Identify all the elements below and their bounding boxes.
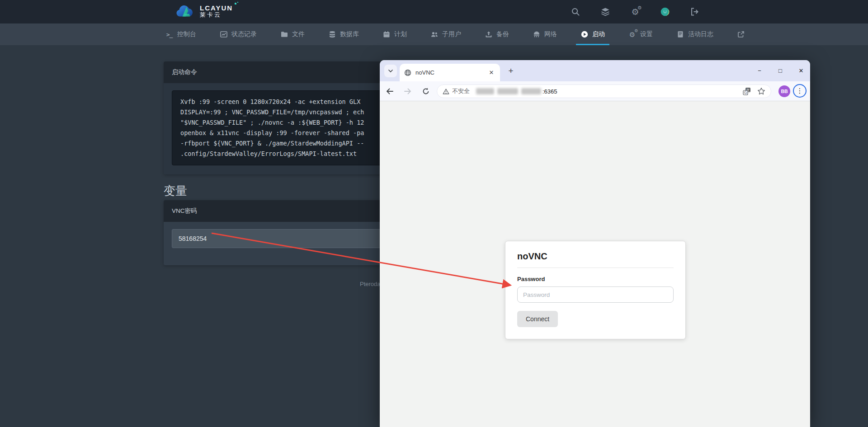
nav-item-label: 活动日志 <box>688 30 713 38</box>
novnc-password-input[interactable] <box>517 286 674 303</box>
novnc-page: noVNC Password Connect <box>380 102 810 427</box>
play-icon <box>580 31 588 38</box>
tab-close-button[interactable]: ✕ <box>487 69 495 77</box>
header-action-servers[interactable] <box>600 7 610 17</box>
window-controls: − □ ✕ <box>756 60 805 81</box>
omnibox-actions: 文 G <box>743 87 765 95</box>
nav-item-label: 控制台 <box>177 30 196 38</box>
nav-item-label: 设置 <box>640 30 653 38</box>
chart-icon <box>220 31 227 38</box>
tab-title: noVNC <box>415 69 483 76</box>
url-port: :6365 <box>542 88 557 95</box>
nav-item-console[interactable]: >_控制台 <box>164 23 198 45</box>
nav-item-label: 文件 <box>292 30 305 38</box>
maximize-button[interactable]: □ <box>777 67 784 74</box>
upload-icon <box>485 31 492 38</box>
header-action-logout[interactable] <box>690 7 700 17</box>
nav-item-databases[interactable]: 数据库 <box>326 23 361 45</box>
brand-text: LCAYUN 莱卡云 <box>200 5 233 18</box>
security-label: 不安全 <box>452 87 470 95</box>
password-label: Password <box>517 276 674 282</box>
connect-button[interactable]: Connect <box>517 311 558 327</box>
header-action-admin[interactable]: ⚙⚙ <box>630 7 640 17</box>
nav-item-label: 网络 <box>544 30 557 38</box>
nav-item-label: 计划 <box>394 30 407 38</box>
network-icon <box>533 31 540 38</box>
warning-triangle-icon <box>443 88 449 95</box>
nav-item-status[interactable]: 状态记录 <box>218 23 259 45</box>
redacted-url <box>476 88 541 94</box>
brand-dots-decoration <box>235 3 236 5</box>
nav-item-backups[interactable]: 备份 <box>483 23 511 45</box>
nav-item-schedules[interactable]: 计划 <box>381 23 409 45</box>
nav-item-external[interactable] <box>735 23 746 45</box>
nav-item-label: 子用户 <box>442 30 461 38</box>
bookmark-star-icon[interactable] <box>757 87 765 95</box>
nav-item-settings[interactable]: ⚙⚙设置 <box>627 23 655 45</box>
site-header: LCAYUN 莱卡云 ⚙⚙ <box>0 0 868 23</box>
tab-search-button[interactable] <box>384 65 397 77</box>
chevron-down-icon <box>388 68 393 74</box>
variables-heading: 变量 <box>164 183 187 199</box>
brand-cloud-icon <box>175 3 196 19</box>
header-actions: ⚙⚙ <box>571 0 700 23</box>
reload-icon <box>422 87 430 95</box>
novnc-card-title: noVNC <box>517 251 674 268</box>
new-tab-button[interactable]: + <box>505 66 516 76</box>
nav-item-subusers[interactable]: 子用户 <box>429 23 463 45</box>
calendar-icon <box>382 31 390 38</box>
brand-logo[interactable]: LCAYUN 莱卡云 <box>175 3 233 19</box>
footer-credit-text: Pteroda <box>360 281 381 287</box>
svg-text:G: G <box>744 91 747 95</box>
browser-tab-novnc[interactable]: noVNC ✕ <box>400 64 500 81</box>
forward-arrow-icon <box>404 87 412 95</box>
database-icon <box>328 31 336 38</box>
nav-item-label: 启动 <box>592 30 605 38</box>
gearduo-icon: ⚙⚙ <box>628 31 636 38</box>
brand-name: LCAYUN <box>200 5 233 12</box>
header-action-search[interactable] <box>571 7 580 17</box>
browser-menu-button[interactable]: ⋮ <box>793 84 807 98</box>
nav-item-label: 备份 <box>496 30 509 38</box>
terminal-icon: >_ <box>165 31 173 38</box>
folder-icon <box>280 31 288 38</box>
novnc-login-card: noVNC Password Connect <box>505 241 686 339</box>
browser-profile-avatar[interactable]: BB <box>778 85 790 97</box>
nav-item-activity[interactable]: 活动日志 <box>675 23 715 45</box>
nav-item-network[interactable]: 网络 <box>531 23 559 45</box>
log-icon <box>676 31 684 38</box>
nav-item-startup[interactable]: 启动 <box>579 23 607 45</box>
address-bar[interactable]: 不安全 :6365 文 G <box>437 84 771 98</box>
globe-favicon-icon <box>404 69 411 76</box>
back-button[interactable] <box>384 85 396 97</box>
reload-button[interactable] <box>420 85 432 97</box>
close-button[interactable]: ✕ <box>797 67 805 74</box>
nav-item-files[interactable]: 文件 <box>278 23 307 45</box>
forward-button[interactable] <box>402 85 414 97</box>
browser-toolbar: 不安全 :6365 文 G <box>380 81 810 101</box>
main-nav: >_控制台状态记录文件数据库计划子用户备份网络启动⚙⚙设置活动日志 <box>0 23 868 45</box>
translate-icon[interactable]: 文 G <box>743 87 751 95</box>
external-icon <box>737 31 745 38</box>
back-arrow-icon <box>386 87 394 95</box>
brand-name-cn: 莱卡云 <box>200 12 233 18</box>
header-action-account[interactable] <box>660 7 670 17</box>
nav-item-label: 数据库 <box>340 30 359 38</box>
security-chip[interactable]: 不安全 <box>443 87 470 95</box>
browser-tabstrip: noVNC ✕ + − □ ✕ <box>380 60 810 81</box>
minimize-button[interactable]: − <box>756 67 763 74</box>
browser-window: noVNC ✕ + − □ ✕ <box>380 60 810 427</box>
screen: LCAYUN 莱卡云 ⚙⚙ >_控制台状态记录文件数据库计划子用户备份网络启动⚙… <box>0 0 868 427</box>
nav-item-label: 状态记录 <box>231 30 257 38</box>
users-icon <box>430 31 438 38</box>
